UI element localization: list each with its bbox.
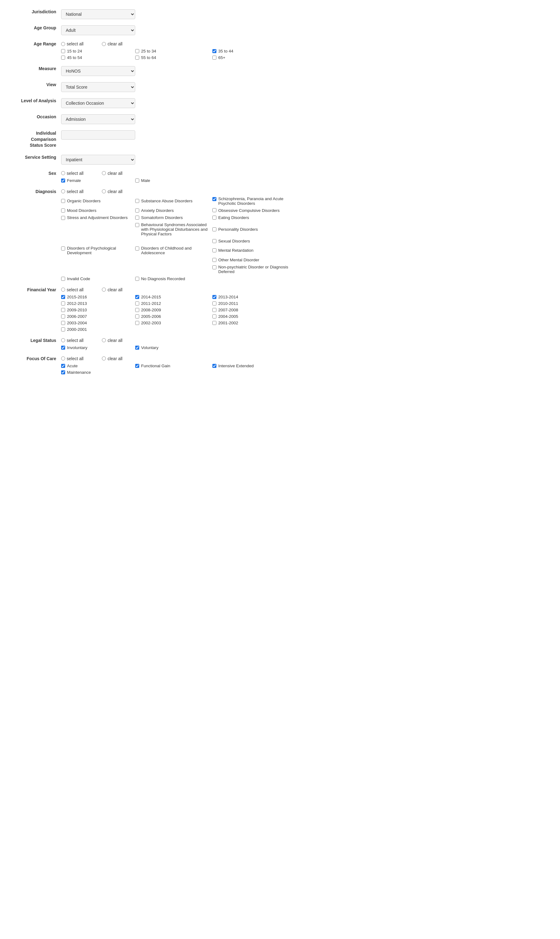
level-of-analysis-control: Collection Occasion Episode — [58, 95, 551, 111]
legal-involuntary[interactable]: Involuntary — [61, 345, 132, 350]
jurisdiction-label: Jurisdiction — [9, 6, 58, 22]
level-of-analysis-label: Level of Analysis — [9, 95, 58, 111]
focus-select-all[interactable]: select all — [61, 356, 83, 361]
diag-psych-dev[interactable]: Disorders of Psychological Development — [61, 246, 132, 255]
individual-comparison-label: IndividualComparisonStatus Score — [9, 127, 58, 152]
fy-2012-2013[interactable]: 2012-2013 — [61, 301, 132, 306]
age-35-44[interactable]: 35 to 44 — [212, 49, 296, 54]
age-group-select[interactable]: Adult Child Older Person — [61, 25, 135, 35]
service-setting-control: Inpatient Ambulatory Residential — [58, 152, 551, 168]
fy-2001-2002[interactable]: 2001-2002 — [212, 321, 296, 325]
focus-intensive-extended[interactable]: Intensive Extended — [212, 364, 296, 368]
diagnosis-clear-all[interactable]: clear all — [102, 189, 122, 194]
age-45-54[interactable]: 45 to 54 — [61, 55, 132, 60]
diagnosis-control: select all clear all Organic Disorders S… — [58, 186, 551, 284]
sex-select-all[interactable]: select all — [61, 171, 83, 176]
age-25-34[interactable]: 25 to 34 — [135, 49, 209, 54]
focus-acute[interactable]: Acute — [61, 364, 132, 368]
age-group-control: Adult Child Older Person — [58, 22, 551, 38]
diag-personality[interactable]: Personality Disorders — [212, 222, 296, 236]
fy-2004-2005[interactable]: 2004-2005 — [212, 314, 296, 319]
occasion-label: Occasion — [9, 111, 58, 127]
diagnosis-grid: Organic Disorders Substance Abuse Disord… — [61, 196, 548, 281]
diag-sexual[interactable]: Sexual Disorders — [212, 239, 296, 244]
diag-schizophrenia[interactable]: Schizophrenia, Paranoia and Acute Psycho… — [212, 196, 296, 206]
fy-2003-2004[interactable]: 2003-2004 — [61, 321, 132, 325]
fy-2006-2007[interactable]: 2006-2007 — [61, 314, 132, 319]
diag-empty5 — [135, 257, 209, 262]
age-range-label: Age Range — [9, 38, 58, 63]
view-label: View — [9, 79, 58, 95]
diag-eating[interactable]: Eating Disorders — [212, 215, 296, 220]
diagnosis-label: Diagnosis — [9, 186, 58, 284]
focus-functional-gain[interactable]: Functional Gain — [135, 364, 209, 368]
fy-2000-2001[interactable]: 2000-2001 — [61, 327, 132, 332]
diag-stress[interactable]: Stress and Adjustment Disorders — [61, 215, 132, 220]
individual-comparison-control — [58, 127, 551, 152]
sex-label: Sex — [9, 168, 58, 186]
financial-year-label: Financial Year — [9, 284, 58, 335]
age-group-label: Age Group — [9, 22, 58, 38]
sex-clear-all[interactable]: clear all — [102, 171, 122, 176]
sex-female[interactable]: Female — [61, 178, 132, 183]
legal-status-control: select all clear all Involuntary Volunta… — [58, 335, 551, 353]
fy-2008-2009[interactable]: 2008-2009 — [135, 308, 209, 312]
legal-status-grid: Involuntary Voluntary — [61, 345, 548, 350]
legal-clear-all[interactable]: clear all — [102, 338, 122, 343]
occasion-control: Admission Review Discharge — [58, 111, 551, 127]
jurisdiction-select[interactable]: National State Territory — [61, 9, 135, 19]
legal-status-label: Legal Status — [9, 335, 58, 353]
diag-anxiety[interactable]: Anxiety Disorders — [135, 208, 209, 213]
legal-select-all[interactable]: select all — [61, 338, 83, 343]
diag-somatoform[interactable]: Somatoform Disorders — [135, 215, 209, 220]
occasion-select[interactable]: Admission Review Discharge — [61, 114, 135, 124]
diag-empty2 — [61, 239, 132, 244]
fy-2011-2012[interactable]: 2011-2012 — [135, 301, 209, 306]
diag-no-diagnosis[interactable]: No Diagnosis Recorded — [135, 276, 209, 281]
diag-organic[interactable]: Organic Disorders — [61, 196, 132, 206]
diag-mood[interactable]: Mood Disorders — [61, 208, 132, 213]
fy-2002-2003[interactable]: 2002-2003 — [135, 321, 209, 325]
focus-maintenance[interactable]: Maintenance — [61, 370, 132, 375]
diag-substance[interactable]: Substance Abuse Disorders — [135, 196, 209, 206]
diag-empty1 — [61, 222, 132, 236]
fy-2014-2015[interactable]: 2014-2015 — [135, 294, 209, 299]
diag-mental-retard[interactable]: Mental Retardation — [212, 246, 296, 255]
diag-ocd[interactable]: Obsessive Compulsive Disorders — [212, 208, 296, 213]
diag-non-psych[interactable]: Non-psychiatric Disorder or Diagnosis De… — [212, 265, 296, 274]
view-select[interactable]: Total Score Subscale Score Item Score — [61, 82, 135, 92]
fy-2005-2006[interactable]: 2005-2006 — [135, 314, 209, 319]
level-of-analysis-select[interactable]: Collection Occasion Episode — [61, 98, 135, 108]
fy-clear-all[interactable]: clear all — [102, 287, 122, 292]
individual-comparison-input[interactable] — [61, 130, 135, 140]
measure-label: Measure — [9, 63, 58, 79]
age-range-select-all[interactable]: select all — [61, 42, 83, 46]
focus-clear-all[interactable]: clear all — [102, 356, 122, 361]
sex-control: select all clear all Female Male — [58, 168, 551, 186]
age-range-grid: 15 to 24 25 to 34 35 to 44 45 to 54 55 t… — [61, 49, 548, 60]
diag-empty4 — [61, 257, 132, 262]
fy-2015-2016[interactable]: 2015-2016 — [61, 294, 132, 299]
measure-select[interactable]: HoNOS HoNOS65+ HoNOSCA — [61, 66, 135, 76]
fy-2009-2010[interactable]: 2009-2010 — [61, 308, 132, 312]
age-55-64[interactable]: 55 to 64 — [135, 55, 209, 60]
fy-2013-2014[interactable]: 2013-2014 — [212, 294, 296, 299]
legal-voluntary[interactable]: Voluntary — [135, 345, 209, 350]
fy-2007-2008[interactable]: 2007-2008 — [212, 308, 296, 312]
service-setting-select[interactable]: Inpatient Ambulatory Residential — [61, 155, 135, 165]
view-control: Total Score Subscale Score Item Score — [58, 79, 551, 95]
jurisdiction-control: National State Territory — [58, 6, 551, 22]
age-15-24[interactable]: 15 to 24 — [61, 49, 132, 54]
diag-behavioural[interactable]: Behavioural Syndromes Associated with Ph… — [135, 222, 209, 236]
diag-empty3 — [135, 239, 209, 244]
fy-select-all[interactable]: select all — [61, 287, 83, 292]
financial-year-control: select all clear all 2015-2016 2014-2015… — [58, 284, 551, 335]
age-range-clear-all[interactable]: clear all — [102, 42, 122, 46]
fy-2010-2011[interactable]: 2010-2011 — [212, 301, 296, 306]
diag-invalid[interactable]: Invalid Code — [61, 276, 132, 281]
age-65plus[interactable]: 65+ — [212, 55, 296, 60]
diag-other-mental[interactable]: Other Mental Disorder — [212, 257, 296, 262]
diagnosis-select-all[interactable]: select all — [61, 189, 83, 194]
sex-male[interactable]: Male — [135, 178, 209, 183]
diag-childhood[interactable]: Disorders of Childhood and Adolescence — [135, 246, 209, 255]
